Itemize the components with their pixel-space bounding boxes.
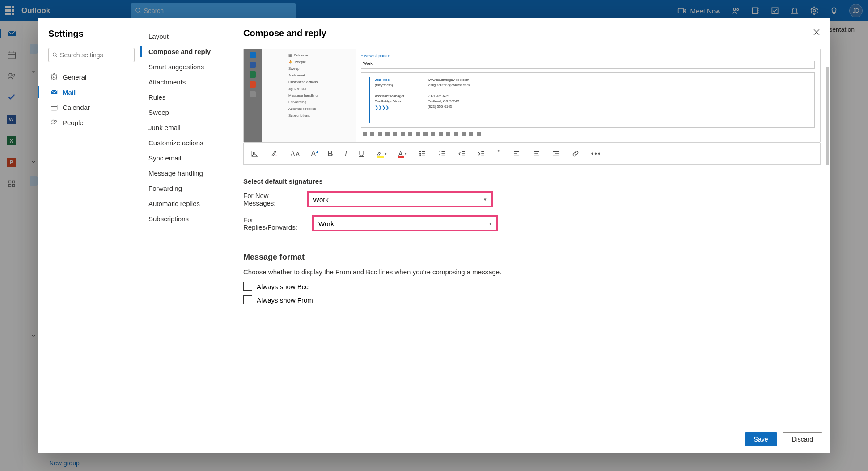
sig-addr: Portland, OR 76543 xyxy=(428,99,470,104)
insert-image-button[interactable] xyxy=(251,150,259,158)
sub-rules[interactable]: Rules xyxy=(140,89,233,105)
new-messages-signature-select[interactable]: Work ▾ xyxy=(307,191,493,207)
sub-attachments[interactable]: Attachments xyxy=(140,74,233,89)
replies-forwards-label: For Replies/Forwards: xyxy=(243,216,307,231)
panel-body: ▦Calendar ⛹People Sweep Junk email Custo… xyxy=(233,49,830,425)
signature-preview-image: ▦Calendar ⛹People Sweep Junk email Custo… xyxy=(243,49,821,143)
sub-sync[interactable]: Sync email xyxy=(140,150,233,165)
discard-label: Discard xyxy=(792,436,813,443)
sig-pronoun: (they/them) xyxy=(375,83,404,88)
more-format-button[interactable]: ••• xyxy=(591,150,601,158)
settings-sidebar: Settings General Mail Calendar People xyxy=(38,18,140,453)
sub-smart-suggestions[interactable]: Smart suggestions xyxy=(140,59,233,74)
category-mail[interactable]: Mail xyxy=(48,84,135,100)
checkbox-icon xyxy=(243,295,252,304)
select-value: Work xyxy=(313,196,329,203)
search-icon xyxy=(52,52,58,58)
italic-button[interactable]: I xyxy=(345,149,347,158)
quote-button[interactable]: ” xyxy=(497,149,501,158)
svg-point-27 xyxy=(52,120,54,122)
sig-site: www.southridgevideo.com xyxy=(428,77,470,83)
sub-label: Customize actions xyxy=(148,139,203,147)
category-label: People xyxy=(63,119,84,126)
select-value: Work xyxy=(318,220,334,227)
settings-panel: Compose and reply ▦Cale xyxy=(233,18,830,453)
underline-button[interactable]: U xyxy=(359,150,364,158)
category-general[interactable]: General xyxy=(48,69,135,84)
font-family-button[interactable]: Aᴀ xyxy=(290,149,300,158)
bold-button[interactable]: B xyxy=(327,149,333,158)
sig-company: Southridge Video xyxy=(375,99,404,104)
number-list-button[interactable]: 123 xyxy=(438,150,446,158)
sub-sweep[interactable]: Sweep xyxy=(140,105,233,120)
font-size-button[interactable]: A▴ xyxy=(311,150,316,158)
highlight-button[interactable]: ▾ xyxy=(376,149,387,158)
sub-compose-reply[interactable]: Compose and reply xyxy=(140,44,233,59)
sub-subscriptions[interactable]: Subscriptions xyxy=(140,211,233,226)
category-people[interactable]: People xyxy=(48,115,135,130)
mini-item: Sync email xyxy=(284,85,356,92)
sub-auto-replies[interactable]: Automatic replies xyxy=(140,196,233,211)
settings-search-input[interactable] xyxy=(60,51,131,59)
sig-phone: (823) 555-0145 xyxy=(428,104,470,109)
sub-label: Compose and reply xyxy=(148,48,211,55)
svg-text:3: 3 xyxy=(439,155,440,157)
sig-addr: 2021 4th Ave xyxy=(428,93,470,99)
sub-junk[interactable]: Junk email xyxy=(140,120,233,135)
settings-subcategories: Layout Compose and reply Smart suggestio… xyxy=(140,18,233,453)
save-label: Save xyxy=(754,436,768,443)
align-center-button[interactable] xyxy=(532,150,540,158)
link-button[interactable] xyxy=(572,150,580,158)
checkbox-label: Always show Bcc xyxy=(257,283,309,290)
clear-format-button[interactable] xyxy=(271,150,279,158)
sub-label: Sweep xyxy=(148,109,169,116)
align-right-button[interactable] xyxy=(552,150,560,158)
sub-layout[interactable]: Layout xyxy=(140,29,233,44)
settings-search[interactable] xyxy=(48,48,135,62)
sub-label: Rules xyxy=(148,93,165,101)
sub-label: Sync email xyxy=(148,154,181,162)
bullet-list-button[interactable] xyxy=(419,150,427,158)
message-format-heading: Message format xyxy=(243,252,821,262)
sub-msg-handling[interactable]: Message handling xyxy=(140,165,233,181)
svg-point-35 xyxy=(419,153,420,154)
default-signatures-heading: Select default signatures xyxy=(243,177,821,185)
close-icon xyxy=(813,28,821,36)
discard-button[interactable]: Discard xyxy=(783,432,822,446)
indent-button[interactable] xyxy=(478,150,486,158)
close-button[interactable] xyxy=(813,28,821,38)
mini-item: Forwarding xyxy=(284,99,356,105)
panel-footer: Save Discard xyxy=(233,425,830,453)
message-format-desc: Choose whether to display the From and B… xyxy=(243,268,821,276)
save-button[interactable]: Save xyxy=(745,432,777,446)
chevron-down-icon: ▾ xyxy=(484,197,487,202)
sub-label: Automatic replies xyxy=(148,200,200,207)
mini-item: Calendar xyxy=(294,53,308,57)
always-show-bcc-checkbox[interactable]: Always show Bcc xyxy=(243,282,821,291)
svg-point-24 xyxy=(53,76,55,78)
panel-header: Compose and reply xyxy=(233,18,830,49)
category-calendar[interactable]: Calendar xyxy=(48,100,135,115)
mini-item: People xyxy=(295,60,306,64)
replies-forwards-signature-select[interactable]: Work ▾ xyxy=(312,215,498,231)
chevron-down-icon: ▾ xyxy=(489,221,492,227)
signature-format-toolbar: Aᴀ A▴ B I U ▾ A▾ 123 ” ••• xyxy=(243,143,821,165)
mini-item: Customize actions xyxy=(284,79,356,85)
panel-title: Compose and reply xyxy=(243,28,326,38)
always-show-from-checkbox[interactable]: Always show From xyxy=(243,295,821,304)
settings-modal: Settings General Mail Calendar People xyxy=(38,18,830,453)
mini-item: Automatic replies xyxy=(284,105,356,112)
new-signature-link: + New signature xyxy=(361,54,815,58)
sub-label: Attachments xyxy=(148,78,186,86)
sub-label: Subscriptions xyxy=(148,215,189,223)
svg-point-34 xyxy=(419,151,420,152)
mini-item: Message handling xyxy=(284,92,356,99)
font-color-button[interactable]: A▾ xyxy=(398,149,407,158)
align-left-button[interactable] xyxy=(512,150,521,158)
mini-item: Sweep xyxy=(284,65,356,72)
outdent-button[interactable] xyxy=(458,150,466,158)
sub-customize[interactable]: Customize actions xyxy=(140,135,233,150)
sub-forwarding[interactable]: Forwarding xyxy=(140,181,233,196)
panel-scrollbar[interactable] xyxy=(826,67,829,413)
category-label: Mail xyxy=(63,88,76,96)
